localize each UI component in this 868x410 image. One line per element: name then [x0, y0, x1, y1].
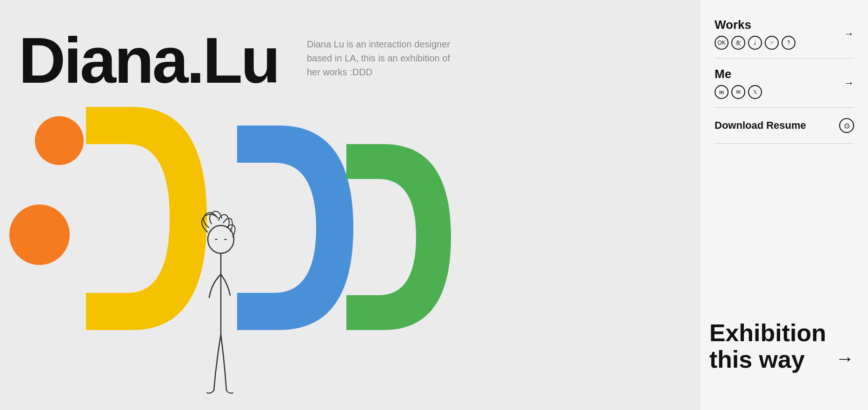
- works-icon-ok: OK: [715, 36, 729, 50]
- download-icon: ⊙: [839, 118, 854, 133]
- main-area: Diana.Lu Diana Lu is an interaction desi…: [0, 0, 542, 410]
- colon-dot-bottom: [9, 205, 70, 265]
- linkedin-icon: in: [715, 85, 729, 99]
- exhibition-text-block: Exhibition this way: [709, 320, 826, 373]
- me-nav-item[interactable]: Me in ✉ 𝕏 →: [715, 59, 854, 107]
- site-description: Diana Lu is an interaction designer base…: [307, 37, 465, 79]
- exhibition-section[interactable]: Exhibition this way →: [709, 320, 854, 373]
- me-arrow-icon: →: [844, 77, 854, 89]
- character-figure: [193, 214, 249, 409]
- exhibition-arrow-icon: →: [835, 348, 854, 373]
- me-nav-label: Me: [715, 67, 844, 81]
- works-icons: OK 友 ♩ ☞ ?: [715, 36, 844, 50]
- works-icon-music: ♩: [748, 36, 762, 50]
- me-nav-content: Me in ✉ 𝕏: [715, 67, 844, 99]
- site-title: Diana.Lu: [19, 28, 278, 93]
- divider-3: [715, 143, 854, 144]
- letter-d-green: [335, 139, 451, 335]
- works-nav-label: Works: [715, 18, 844, 32]
- letter-d-yellow: [72, 102, 207, 335]
- me-icons: in ✉ 𝕏: [715, 85, 844, 99]
- works-arrow-icon: →: [844, 28, 854, 40]
- email-icon: ✉: [731, 85, 745, 99]
- exhibition-line2: this way: [709, 346, 826, 373]
- twitter-icon: 𝕏: [748, 85, 762, 99]
- download-resume-label: Download Resume: [715, 119, 806, 132]
- sidebar: Works OK 友 ♩ ☞ ? → Me in ✉ 𝕏 → Download …: [701, 0, 868, 410]
- works-icon-question: ?: [782, 36, 795, 50]
- illustration: [0, 102, 511, 409]
- works-nav-content: Works OK 友 ♩ ☞ ?: [715, 18, 844, 50]
- svg-point-0: [208, 225, 234, 253]
- works-icon-friend: 友: [731, 36, 745, 50]
- works-nav-item[interactable]: Works OK 友 ♩ ☞ ? →: [715, 9, 854, 58]
- exhibition-line1: Exhibition: [709, 320, 826, 346]
- download-resume-item[interactable]: Download Resume ⊙: [715, 108, 854, 143]
- works-icon-hand: ☞: [765, 36, 779, 50]
